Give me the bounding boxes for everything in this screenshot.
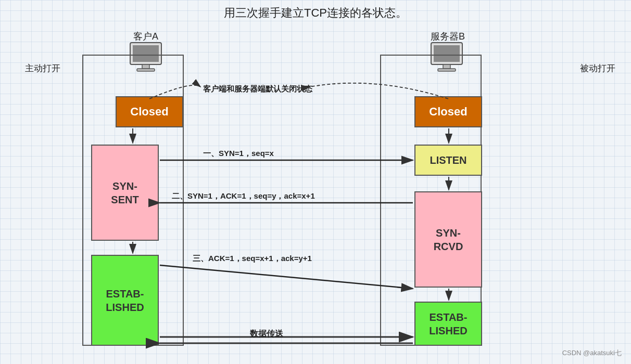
listen-state: LISTEN bbox=[414, 145, 482, 176]
closed-left-state: Closed bbox=[116, 96, 183, 127]
estab-left-state: ESTAB-LISHED bbox=[91, 255, 159, 346]
diagram-container: 用三次握手建立TCP连接的各状态。 客户A 服务器B 主动打开 被动打开 Clo… bbox=[0, 0, 631, 364]
estab-right-state: ESTAB-LISHED bbox=[414, 302, 482, 346]
arrow2-label: 二、SYN=1，ACK=1，seq=y，ack=x+1 bbox=[172, 191, 315, 201]
client-a-label: 客户A bbox=[125, 30, 167, 43]
diagram-title: 用三次握手建立TCP连接的各状态。 bbox=[224, 5, 407, 21]
watermark: CSDN @akatsuki七 bbox=[562, 348, 622, 358]
default-closed-annotation: 客户端和服务器端默认关闭状态 bbox=[203, 84, 312, 94]
passive-open-label: 被动打开 bbox=[580, 62, 615, 74]
syn-sent-state: SYN-SENT bbox=[91, 145, 159, 241]
closed-right-state: Closed bbox=[414, 96, 482, 127]
svg-line-14 bbox=[160, 265, 413, 289]
arrow3-label: 三、ACK=1，seq=x+1，ack=y+1 bbox=[193, 254, 312, 264]
active-open-label: 主动打开 bbox=[25, 62, 60, 74]
arrow1-label: 一、SYN=1，seq=x bbox=[203, 149, 274, 159]
data-transfer-label: 数据传送 bbox=[250, 329, 283, 340]
syn-rcvd-state: SYN-RCVD bbox=[414, 191, 482, 288]
server-b-label: 服务器B bbox=[427, 30, 469, 43]
